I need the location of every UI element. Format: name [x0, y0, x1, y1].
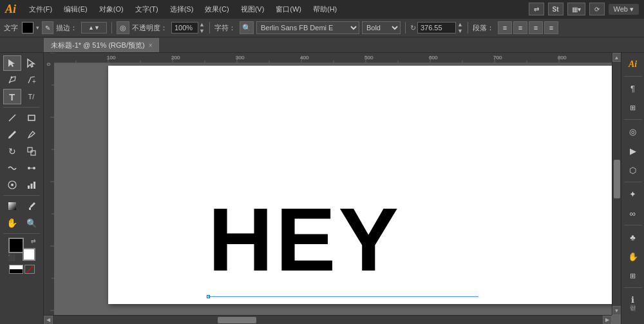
pencil-tool-btn[interactable] [23, 127, 41, 142]
tool-row-pen: + [3, 72, 41, 88]
svg-point-8 [28, 167, 30, 169]
menu-select[interactable]: 选择(S) [165, 3, 199, 15]
font-size-input[interactable] [417, 22, 456, 33]
line-tool-btn[interactable] [3, 110, 21, 126]
add-anchor-tool-btn[interactable]: + [23, 72, 41, 88]
eyedropper-tool-btn[interactable] [23, 198, 41, 214]
zoom-tool-btn[interactable]: 🔍 [23, 215, 41, 231]
rect-tool-btn[interactable] [23, 110, 41, 126]
scroll-left-btn[interactable]: ◀ [44, 316, 53, 325]
font-label: 字符： [214, 23, 236, 33]
menu-effect[interactable]: 效果(C) [200, 3, 234, 15]
opacity-arrows[interactable]: ▲▼ [199, 21, 205, 34]
canvas-text[interactable]: HEY [208, 195, 401, 285]
menu-object[interactable]: 对象(O) [94, 3, 129, 15]
swap-colors-icon[interactable]: ⇄ [31, 238, 36, 244]
tool-row-type: T T/ [3, 89, 41, 104]
ai-panel-btn[interactable]: Ai [623, 55, 643, 73]
svg-text:400: 400 [300, 55, 309, 61]
grid-icon[interactable]: ▦▾ [567, 3, 585, 15]
right-sep-3 [624, 182, 642, 182]
menu-type[interactable]: 文字(T) [130, 3, 164, 15]
background-color[interactable] [23, 248, 35, 261]
play-btn[interactable]: ▶ [623, 142, 643, 160]
link-btn[interactable]: ∞ [623, 204, 643, 222]
toolbar-fill-color[interactable] [22, 22, 33, 33]
rotate-tool-btn[interactable]: ↻ [3, 144, 21, 159]
direct-select-tool-btn[interactable] [23, 55, 41, 71]
size-arrows[interactable]: ▲▼ [457, 21, 463, 34]
tool-row-eyedrop [3, 198, 41, 214]
tool-row-rotate: ↻ [3, 144, 41, 159]
justify-btn[interactable]: ≡ [544, 21, 558, 34]
document-tab[interactable]: 未标题-1* @ 51% (RGB/预览) × [44, 38, 159, 52]
sync-icon[interactable]: ⟳ [589, 3, 605, 15]
paintbrush-tool-btn[interactable] [3, 127, 21, 142]
gradient-tool-btn[interactable] [3, 198, 21, 214]
align-right-btn[interactable]: ≡ [529, 21, 543, 34]
svg-rect-14 [30, 184, 32, 189]
foreground-color[interactable] [8, 238, 24, 253]
tab-close-btn[interactable]: × [149, 42, 153, 49]
scale-tool-btn[interactable] [23, 144, 41, 159]
clubs-btn[interactable]: ♣ [623, 228, 643, 246]
color-mode-btn[interactable] [9, 265, 23, 274]
scroll-thumb-h[interactable] [218, 317, 256, 323]
info-btn[interactable]: ℹ [623, 291, 643, 309]
opacity-icon[interactable]: ◎ [117, 21, 129, 34]
menu-file[interactable]: 文件(F) [24, 3, 57, 15]
left-toolbar: + T T/ [0, 53, 44, 324]
hand-tool-btn[interactable]: ✋ [3, 215, 21, 231]
canvas-area[interactable]: 0 100 200 300 400 500 [44, 53, 621, 324]
fill-dropdown-arrow[interactable]: ▾ [36, 24, 39, 31]
scroll-track-h[interactable] [53, 316, 603, 325]
paragraph-panel-btn[interactable]: ¶ [623, 79, 643, 97]
stroke-label: 描边： [56, 23, 77, 33]
web-label[interactable]: Web ▾ [609, 4, 639, 15]
horizontal-scrollbar[interactable]: ◀ ▶ [44, 315, 612, 324]
align-left-btn[interactable]: ≡ [498, 21, 512, 34]
scroll-thumb-v[interactable] [614, 160, 620, 198]
fill-options-btn[interactable]: ✎ [42, 21, 53, 34]
select-tool-btn[interactable] [3, 55, 21, 71]
svg-point-9 [33, 167, 35, 169]
svg-rect-15 [33, 182, 35, 189]
type-touch-tool-btn[interactable]: T/ [23, 89, 41, 104]
export-btn[interactable]: ⬡ [623, 161, 643, 179]
warp-tool-btn[interactable] [3, 160, 21, 176]
tab-title: 未标题-1* @ 51% (RGB/预览) [51, 41, 145, 50]
grid-r-btn[interactable]: ⊞ [623, 267, 643, 285]
libraries-btn[interactable]: ◎ [623, 122, 643, 140]
st-icon[interactable]: St [548, 3, 564, 15]
scroll-track-v[interactable] [612, 62, 621, 306]
opacity-input[interactable] [171, 22, 198, 33]
scroll-down-btn[interactable]: ▼ [612, 306, 621, 315]
creative-cloud-btn[interactable]: ✦ [623, 185, 643, 203]
blend-tool-btn[interactable] [23, 160, 41, 176]
font-family-select[interactable]: Berlin Sans FB Demi E [256, 21, 359, 34]
main-layout: + T T/ [0, 53, 644, 324]
none-color-btn[interactable] [24, 265, 35, 274]
exchange-icon[interactable]: ⇄ [529, 3, 544, 15]
scroll-up-btn[interactable]: ▲ [612, 53, 621, 62]
scroll-right-btn[interactable]: ▶ [603, 316, 612, 325]
font-search-icon[interactable]: 🔍 [240, 21, 254, 34]
type-tool-btn[interactable]: T [3, 89, 21, 104]
menu-window[interactable]: 窗口(W) [270, 3, 307, 15]
tool-row-brush [3, 127, 41, 142]
graph-tool-btn[interactable] [23, 177, 41, 193]
menu-view[interactable]: 视图(V) [236, 3, 270, 15]
menu-edit[interactable]: 编辑(E) [59, 3, 93, 15]
stroke-input[interactable]: ▲▼ [81, 22, 107, 33]
font-style-select[interactable]: Bold [362, 21, 401, 34]
reset-colors-icon[interactable]: ⬛ [8, 254, 15, 261]
align-center-btn[interactable]: ≡ [513, 21, 527, 34]
hand-r-btn[interactable]: ✋ [623, 247, 643, 265]
symbol-tool-btn[interactable] [3, 177, 21, 193]
svg-text:0: 0 [46, 62, 52, 66]
pen-tool-btn[interactable] [3, 72, 21, 88]
menu-help[interactable]: 帮助(H) [308, 3, 342, 15]
vertical-scrollbar[interactable]: ▲ ▼ [612, 53, 621, 315]
transform-panel-btn[interactable]: ⊞ [623, 99, 643, 117]
svg-marker-0 [8, 59, 15, 67]
